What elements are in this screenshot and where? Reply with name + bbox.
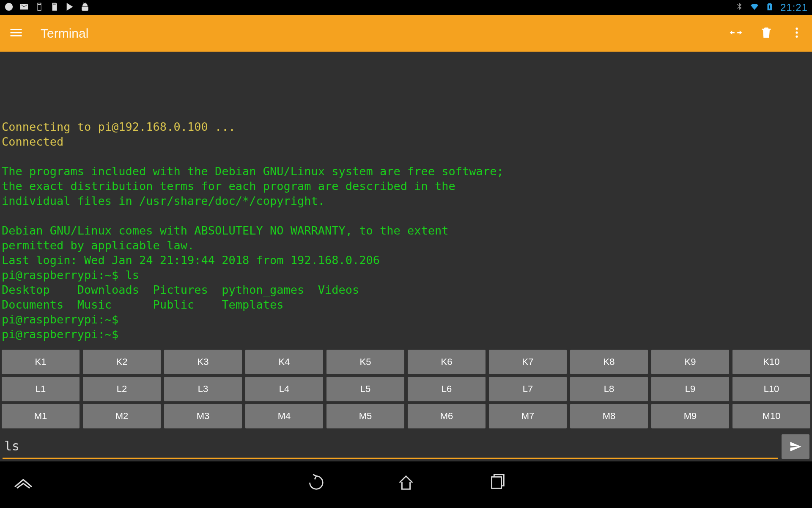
macro-key-l8[interactable]: L8 [570,377,648,401]
bluetooth-icon [735,2,744,13]
status-left-icons [4,2,90,13]
android-status-bar: 21:21 [0,0,812,15]
nav-back-button[interactable] [305,473,324,494]
send-button[interactable] [782,434,809,459]
android-nav-bar [0,461,812,505]
macro-row-l: L1 L2 L3 L4 L5 L6 L7 L8 L9 L10 [2,377,810,401]
mail-icon [19,2,29,13]
terminal-output[interactable]: Connecting to pi@192.168.0.100 ... Conne… [0,52,812,349]
macro-key-m10[interactable]: M10 [732,404,810,428]
app-bar: Terminal [0,15,812,52]
terminal-line: The programs included with the Debian GN… [2,165,504,178]
macro-key-m9[interactable]: M9 [651,404,729,428]
macro-key-k7[interactable]: K7 [489,350,567,374]
macro-key-m2[interactable]: M2 [83,404,161,428]
play-store-icon [65,2,74,13]
macro-key-l5[interactable]: L5 [326,377,404,401]
svg-rect-3 [492,477,502,489]
wifi-icon [750,2,759,13]
macro-key-m3[interactable]: M3 [164,404,242,428]
macro-key-k6[interactable]: K6 [408,350,486,374]
nav-home-button[interactable] [396,473,416,494]
command-input-wrap [3,434,778,459]
battery-note-icon [35,2,44,13]
macro-key-k5[interactable]: K5 [326,350,404,374]
app-bar-actions [729,26,804,41]
macro-key-l10[interactable]: L10 [732,377,810,401]
status-right-icons: 21:21 [735,2,808,13]
macro-key-m8[interactable]: M8 [570,404,648,428]
macro-key-m5[interactable]: M5 [326,404,404,428]
macro-row-m: M1 M2 M3 M4 M5 M6 M7 M8 M9 M10 [2,404,810,428]
terminal-line: Connecting to pi@192.168.0.100 ... [2,120,236,133]
macro-key-m1[interactable]: M1 [2,404,80,428]
send-icon [789,440,802,453]
command-input-row [0,430,812,461]
nav-recent-button[interactable] [488,473,507,494]
overflow-menu-button[interactable] [790,26,804,41]
macro-key-area: K1 K2 K3 K4 K5 K6 K7 K8 K9 K10 L1 L2 L3 … [0,349,812,430]
battery-charging-icon [765,2,774,13]
nav-expand-button[interactable] [13,476,34,491]
macro-key-k10[interactable]: K10 [732,350,810,374]
macro-key-m4[interactable]: M4 [245,404,323,428]
svg-point-0 [796,28,798,30]
macro-key-k2[interactable]: K2 [83,350,161,374]
status-clock: 21:21 [780,3,808,13]
terminal-line: permitted by applicable law. [2,239,194,252]
terminal-line: Debian GNU/Linux comes with ABSOLUTELY N… [2,224,449,237]
delete-button[interactable] [760,26,773,41]
macro-key-m6[interactable]: M6 [408,404,486,428]
svg-point-1 [796,31,798,33]
terminal-line: Connected [2,135,63,148]
terminal-line: pi@raspberrypi:~$ [2,328,126,341]
nav-center-buttons [305,473,507,494]
macro-key-l6[interactable]: L6 [408,377,486,401]
macro-key-l4[interactable]: L4 [245,377,323,401]
svg-point-2 [796,36,798,38]
app-title: Terminal [41,26,729,41]
terminal-line: pi@raspberrypi:~$ ls [2,268,139,282]
terminal-line: Desktop Downloads Pictures python_games … [2,283,359,296]
terminal-line: Last login: Wed Jan 24 21:19:44 2018 fro… [2,254,380,267]
macro-row-k: K1 K2 K3 K4 K5 K6 K7 K8 K9 K10 [2,350,810,374]
macro-key-k1[interactable]: K1 [2,350,80,374]
menu-button[interactable] [8,25,24,42]
macro-key-l2[interactable]: L2 [83,377,161,401]
macro-key-l1[interactable]: L1 [2,377,80,401]
command-input[interactable] [3,439,778,453]
sd-card-icon [50,2,59,13]
terminal-line: individual files in /usr/share/doc/*/cop… [2,194,325,207]
android-icon [80,2,90,13]
macro-key-l9[interactable]: L9 [651,377,729,401]
macro-key-k3[interactable]: K3 [164,350,242,374]
terminal-line: pi@raspberrypi:~$ [2,313,126,326]
terminal-line: Documents Music Public Templates [2,298,283,311]
macro-key-l3[interactable]: L3 [164,377,242,401]
macro-key-k8[interactable]: K8 [570,350,648,374]
macro-key-k4[interactable]: K4 [245,350,323,374]
macro-key-k9[interactable]: K9 [651,350,729,374]
terminal-line: the exact distribution terms for each pr… [2,179,455,193]
resize-horizontal-icon[interactable] [729,26,743,41]
sync-icon [4,2,14,13]
macro-key-l7[interactable]: L7 [489,377,567,401]
macro-key-m7[interactable]: M7 [489,404,567,428]
